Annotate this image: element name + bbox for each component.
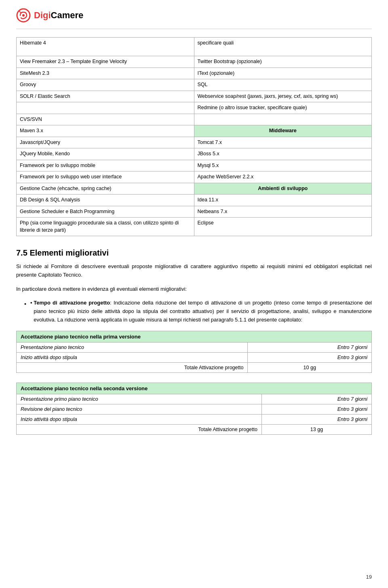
table-cell: specificare quali (194, 38, 372, 56)
table-cell: Maven 3.x (17, 125, 194, 137)
table-cell (194, 114, 372, 125)
table-cell: Hibernate 4 (17, 38, 194, 56)
table-header: Accettazione piano tecnico nella prima v… (17, 331, 372, 342)
table-cell (17, 102, 194, 114)
table-cell: Idea 11.x (194, 195, 372, 206)
row-label: Totale Attivazione progetto (17, 424, 262, 434)
row-value: Entro 7 giorni (248, 342, 372, 352)
logo-icon (16, 8, 31, 23)
table-cell: JQuery Mobile, Kendo (17, 148, 194, 160)
table-cell: Javascript/JQuery (17, 137, 194, 148)
table-row: Inizio attività dopo stipula Entro 3 gio… (17, 352, 372, 362)
row-value: Entro 3 giorni (261, 404, 371, 414)
table-cell: Tomcat 7.x (194, 137, 372, 148)
table-row: Presentazione primo piano tecnico Entro … (17, 394, 372, 404)
table-cell: JBoss 5.x (194, 148, 372, 160)
row-label: Presentazione piano tecnico (17, 342, 248, 352)
table-cell: Gestione Scheduler e Batch Programming (17, 206, 194, 218)
bold-term: Tempo di attivazione progetto (34, 300, 110, 306)
row-value: Entro 7 giorni (261, 394, 371, 404)
header: DigiCamere (16, 8, 372, 29)
table-row: Inizio attività dopo stipula Entro 3 gio… (17, 414, 372, 424)
table-cell: Groovy (17, 79, 194, 91)
row-value: 13 gg (261, 424, 371, 434)
row-label: Inizio attività dopo stipula (17, 352, 248, 362)
logo-camere: Camere (51, 10, 84, 20)
row-label: Presentazione primo piano tecnico (17, 394, 262, 404)
row-value: Entro 3 giorni (248, 352, 372, 362)
table-cell: Redmine (o altro issue tracker, specific… (194, 102, 372, 114)
table-cell: IText (opzionale) (194, 68, 372, 79)
table-cell: Webservice soap/rest (jaxws, jaxrs, jers… (194, 91, 372, 102)
table-cell: CVS/SVN (17, 114, 194, 125)
acceptance-table-seconda: Accettazione piano tecnico nella seconda… (16, 383, 372, 435)
logo-text: DigiCamere (34, 10, 83, 21)
logo-digi: Digi (34, 10, 51, 20)
list-item-text: Tempo di attivazione progetto: Indicazio… (34, 299, 372, 324)
row-label: Inizio attività dopo stipula (17, 414, 262, 424)
row-label: Revisione del piano tecnico (17, 404, 262, 414)
table-cell: SiteMesh 2.3 (17, 68, 194, 79)
section-75: 7.5 Elementi migliorativi Si richiede al… (16, 248, 372, 324)
table-row: Presentazione piano tecnico Entro 7 gior… (17, 342, 372, 352)
section-intro2: In particolare dovrà mettere in evidenza… (16, 285, 372, 294)
section-title: 7.5 Elementi migliorativi (16, 248, 372, 258)
row-value: 10 gg (248, 362, 372, 372)
page-number: 19 (366, 574, 372, 580)
table-cell: Php (sia come linguaggio procedurale sia… (17, 218, 194, 236)
page: DigiCamere Hibernate 4 specificare quali… (0, 0, 388, 469)
table-cell: Mysql 5.x (194, 160, 372, 171)
table-row-total: Totale Attivazione progetto 13 gg (17, 424, 372, 434)
table-header-cell: Middleware (194, 125, 372, 137)
table-header-cell: Ambienti di sviluppo (194, 183, 372, 195)
table-cell: Netbeans 7.x (194, 206, 372, 218)
row-value: Entro 3 giorni (261, 414, 371, 424)
table-cell: Apache WebServer 2.2.x (194, 171, 372, 183)
table-cell: Framework per lo sviluppo mobile (17, 160, 194, 171)
table-cell: Twitter Bootstrap (opzionale) (194, 56, 372, 68)
table-cell: SQL (194, 79, 372, 91)
table-cell: Framework per lo sviluppo web user inter… (17, 171, 194, 183)
table-row: Revisione del piano tecnico Entro 3 gior… (17, 404, 372, 414)
svg-line-2 (19, 11, 21, 13)
table-cell: DB Design & SQL Analysis (17, 195, 194, 206)
acceptance-table-prima: Accettazione piano tecnico nella prima v… (16, 331, 372, 373)
table-cell: Eclipse (194, 218, 372, 236)
table-cell: SOLR / Elastic Search (17, 91, 194, 102)
table-cell: View Freemaker 2.3 – Template Engine Vel… (17, 56, 194, 68)
main-requirements-table: Hibernate 4 specificare quali View Freem… (16, 37, 372, 236)
list-item: ▪ Tempo di attivazione progetto: Indicaz… (24, 299, 372, 324)
bullet-list: ▪ Tempo di attivazione progetto: Indicaz… (24, 299, 372, 324)
table-cell: Gestione Cache (ehcache, spring cache) (17, 183, 194, 195)
section-intro1: Si richiede al Fornitore di descrivere e… (16, 262, 372, 279)
svg-point-1 (22, 14, 25, 17)
table-header: Accettazione piano tecnico nella seconda… (17, 383, 372, 394)
row-label: Totale Attivazione progetto (17, 362, 248, 372)
table-row-total: Totale Attivazione progetto 10 gg (17, 362, 372, 372)
